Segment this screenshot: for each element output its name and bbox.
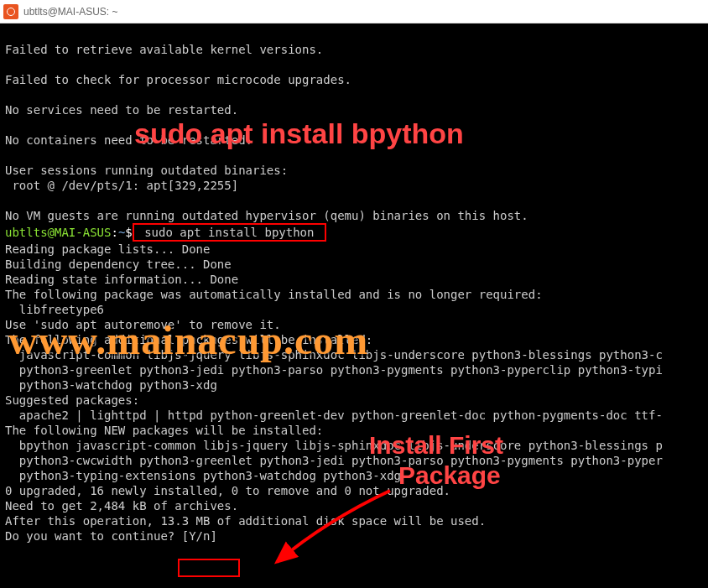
terminal-line: Use 'sudo apt autoremove' to remove it. [5, 318, 281, 331]
ubuntu-icon [3, 4, 18, 19]
window-titlebar: ubtlts@MAI-ASUS: ~ [0, 0, 708, 23]
prompt-user-host: ubtlts@MAI-ASUS [5, 226, 111, 239]
terminal-line: User sessions running outdated binaries: [5, 164, 288, 177]
terminal-line: The following additional packages will b… [5, 333, 372, 346]
terminal-line: bpython javascript-common libjs-jquery l… [5, 439, 663, 452]
terminal-line: Failed to check for processor microcode … [5, 73, 351, 86]
terminal-line: libfreetype6 [5, 303, 104, 316]
command-input-highlighted[interactable]: sudo apt install bpython [133, 223, 326, 242]
terminal-line: python3-watchdog python3-xdg [5, 378, 217, 392]
terminal-line: No services need to be restarted. [5, 103, 238, 117]
prompt-dollar: $ [125, 226, 132, 239]
terminal-line: Reading state information... Done [5, 273, 238, 286]
terminal-line: The following NEW packages will be insta… [5, 424, 323, 437]
terminal-line: python3-typing-extensions python3-watchd… [5, 469, 401, 482]
terminal-line: No containers need to be restarted. [5, 133, 252, 147]
terminal-line: python3-cwcwidth python3-greenlet python… [5, 454, 663, 467]
terminal-line: The following package was automatically … [5, 288, 543, 301]
terminal-line: Building dependency tree... Done [5, 258, 232, 271]
terminal-line: Suggested packages: [5, 393, 139, 407]
terminal-line: Failed to retrieve available kernel vers… [5, 43, 323, 56]
terminal-line: javascript-common libjs-jquery libjs-sph… [5, 348, 663, 362]
prompt-line: ubtlts@MAI-ASUS:~$ sudo apt install bpyt… [5, 226, 326, 239]
terminal-line: No VM guests are running outdated hyperv… [5, 209, 528, 222]
terminal-line: python3-greenlet python3-jedi python3-pa… [5, 363, 663, 377]
window-title: ubtlts@MAI-ASUS: ~ [23, 6, 118, 18]
terminal-line: After this operation, 13.3 MB of additio… [5, 514, 486, 528]
terminal-line: Do you want to continue? [Y/n] [5, 529, 217, 543]
terminal-line: 0 upgraded, 16 newly installed, 0 to rem… [5, 484, 450, 497]
terminal-line: Need to get 2,484 kB of archives. [5, 499, 238, 513]
prompt-colon: : [111, 226, 117, 239]
terminal-output[interactable]: Failed to retrieve available kernel vers… [0, 23, 708, 588]
terminal-line: Reading package lists... Done [5, 242, 210, 256]
terminal-line: root @ /dev/pts/1: apt[329,2255] [5, 179, 238, 192]
terminal-line: apache2 | lighttpd | httpd python-greenl… [5, 408, 663, 422]
